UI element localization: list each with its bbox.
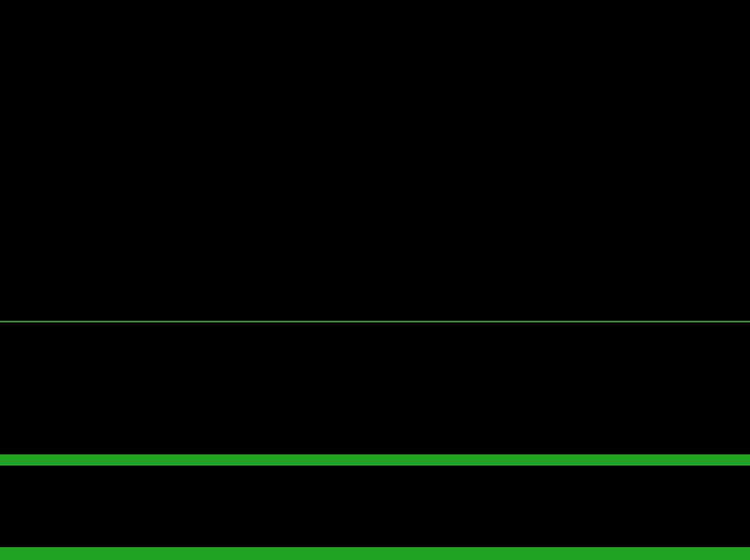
process-table-header: [0, 454, 750, 466]
htop-pane[interactable]: [0, 346, 750, 560]
tmux-pane-divider[interactable]: [0, 321, 750, 322]
tmux-status-bar: [0, 547, 750, 560]
function-key-bar: [0, 513, 750, 525]
shell-pane[interactable]: [0, 23, 750, 298]
htop-screen-tabs: [0, 419, 750, 431]
terminal-screen: [0, 0, 750, 560]
